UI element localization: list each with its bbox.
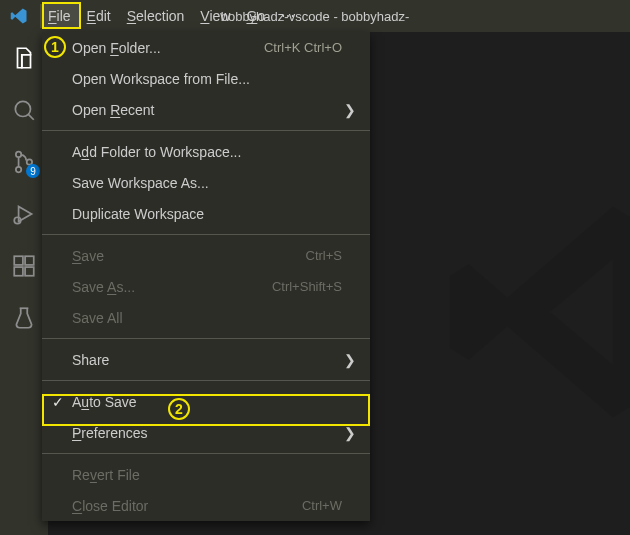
menu-separator: [42, 234, 370, 235]
menu-separator: [42, 130, 370, 131]
svg-point-3: [16, 167, 21, 172]
scm-badge: 9: [26, 164, 40, 178]
shortcut-label: Ctrl+S: [306, 248, 342, 263]
menu-item-save-workspace-as[interactable]: Save Workspace As...: [42, 167, 370, 198]
menu-item-save-all: Save All: [42, 302, 370, 333]
menu-go[interactable]: Go: [238, 4, 273, 28]
menu-edit[interactable]: Edit: [79, 4, 119, 28]
svg-point-2: [16, 152, 21, 157]
search-icon[interactable]: [10, 96, 38, 124]
menu-item-revert-file: Revert File: [42, 459, 370, 490]
titlebar: File Edit Selection View Go ⋯ bobbyhadz-…: [0, 0, 630, 32]
file-dropdown-menu: Open Folder... Ctrl+K Ctrl+O Open Worksp…: [42, 32, 370, 521]
menu-item-auto-save[interactable]: ✓ Auto Save: [42, 386, 370, 417]
menu-separator: [42, 380, 370, 381]
extensions-icon[interactable]: [10, 252, 38, 280]
shortcut-label: Ctrl+Shift+S: [272, 279, 342, 294]
menu-item-add-folder-to-workspace[interactable]: Add Folder to Workspace...: [42, 136, 370, 167]
chevron-right-icon: ❯: [344, 425, 356, 441]
menu-selection[interactable]: Selection: [119, 4, 193, 28]
menu-item-duplicate-workspace[interactable]: Duplicate Workspace: [42, 198, 370, 229]
menu-item-open-recent[interactable]: Open Recent ❯: [42, 94, 370, 125]
run-debug-icon[interactable]: [10, 200, 38, 228]
menu-item-open-workspace-from-file[interactable]: Open Workspace from File...: [42, 63, 370, 94]
menu-separator: [42, 453, 370, 454]
menu-item-save: Save Ctrl+S: [42, 240, 370, 271]
activity-bar: 9: [0, 32, 48, 535]
menu-item-preferences[interactable]: Preferences ❯: [42, 417, 370, 448]
menu-item-close-editor: Close Editor Ctrl+W: [42, 490, 370, 521]
source-control-icon[interactable]: 9: [10, 148, 38, 176]
svg-rect-8: [14, 267, 23, 276]
svg-line-1: [28, 114, 33, 119]
shortcut-label: Ctrl+K Ctrl+O: [264, 40, 342, 55]
shortcut-label: Ctrl+W: [302, 498, 342, 513]
vscode-logo-icon: [10, 7, 28, 25]
menu-file[interactable]: File: [40, 4, 79, 28]
testing-icon[interactable]: [10, 304, 38, 332]
explorer-icon[interactable]: [10, 44, 38, 72]
menu-bar: File Edit Selection View Go ⋯: [40, 4, 305, 28]
check-icon: ✓: [52, 394, 64, 410]
menu-item-open-folder[interactable]: Open Folder... Ctrl+K Ctrl+O: [42, 32, 370, 63]
vscode-watermark-icon: [440, 192, 630, 432]
chevron-right-icon: ❯: [344, 102, 356, 118]
svg-rect-10: [25, 256, 34, 265]
menu-item-save-as: Save As... Ctrl+Shift+S: [42, 271, 370, 302]
svg-point-0: [15, 101, 30, 116]
menu-overflow[interactable]: ⋯: [273, 4, 305, 28]
menu-separator: [42, 338, 370, 339]
svg-rect-7: [14, 256, 23, 265]
menu-item-share[interactable]: Share ❯: [42, 344, 370, 375]
svg-rect-9: [25, 267, 34, 276]
chevron-right-icon: ❯: [344, 352, 356, 368]
menu-view[interactable]: View: [192, 4, 238, 28]
